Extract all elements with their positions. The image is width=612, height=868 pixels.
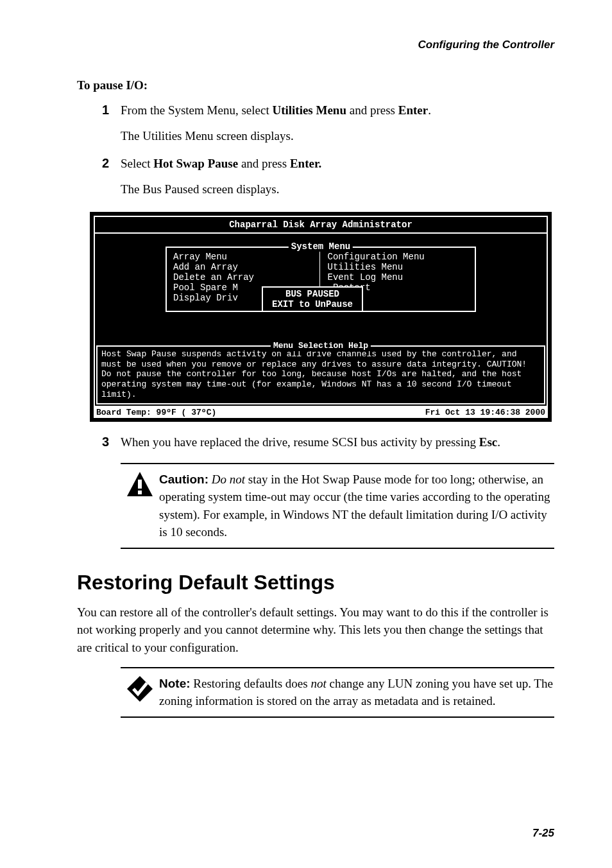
text: .: [497, 435, 500, 449]
document-page: Configuring the Controller To pause I/O:…: [0, 0, 612, 865]
step-list-continued: 3 When you have replaced the drive, resu…: [77, 433, 554, 459]
bus-paused-dialog: BUS PAUSED EXIT to UnPause: [262, 286, 363, 312]
step-body: When you have replaced the drive, resume…: [121, 433, 554, 459]
key-name: Esc: [479, 435, 498, 449]
caution-label: Caution:: [159, 473, 208, 486]
list-item: 1 From the System Menu, select Utilities…: [77, 101, 554, 152]
key-name: Enter.: [290, 157, 321, 170]
step-body: Select Hot Swap Pause and press Enter. T…: [121, 155, 554, 205]
text: Select: [121, 157, 153, 170]
caution-text: Caution: Do not stay in the Hot Swap Pau…: [159, 471, 554, 541]
note-callout: Note: Restoring defaults does not change…: [121, 667, 554, 718]
step-body: From the System Menu, select Utilities M…: [121, 101, 554, 152]
step-list: 1 From the System Menu, select Utilities…: [77, 101, 554, 205]
ui-term: Utilities Menu: [272, 103, 346, 117]
note-icon: [121, 675, 159, 710]
timestamp: Fri Oct 13 19:46:38 2000: [425, 408, 545, 417]
svg-rect-2: [138, 490, 142, 494]
ui-term: Hot Swap Pause: [153, 157, 238, 170]
text: .: [428, 103, 431, 117]
emphasis: not: [310, 677, 326, 690]
step-number: 3: [77, 433, 121, 459]
text: When you have replaced the drive, resume…: [121, 435, 479, 449]
text: From the System Menu, select: [121, 103, 272, 117]
section-heading: Restoring Default Settings: [77, 571, 554, 595]
svg-rect-1: [138, 480, 142, 489]
section-paragraph: You can restore all of the controller's …: [77, 603, 554, 657]
help-text: Host Swap Pause suspends activity on all…: [101, 349, 540, 399]
list-item: 3 When you have replaced the drive, resu…: [77, 433, 554, 459]
board-temp: Board Temp: 99ºF ( 37ºC): [96, 408, 216, 417]
caution-icon: [121, 471, 159, 541]
procedure-heading: To pause I/O:: [77, 78, 554, 92]
step-result: The Utilities Menu screen displays.: [121, 127, 554, 145]
text: and press: [238, 157, 290, 170]
note-label: Note:: [159, 677, 191, 690]
step-result: The Bus Paused screen displays.: [121, 180, 554, 198]
dialog-line: EXIT to UnPause: [272, 299, 353, 309]
help-box: Menu Selection Help Host Swap Pause susp…: [96, 345, 545, 404]
key-name: Enter: [398, 103, 428, 117]
svg-marker-3: [127, 676, 153, 702]
list-item: 2 Select Hot Swap Pause and press Enter.…: [77, 155, 554, 205]
status-bar: Board Temp: 99ºF ( 37ºC) Fri Oct 13 19:4…: [94, 407, 548, 418]
note-text: Note: Restoring defaults does not change…: [159, 675, 554, 710]
help-label: Menu Selection Help: [271, 341, 371, 351]
page-number: 7-25: [77, 827, 554, 840]
text: Restoring defaults does: [191, 677, 311, 690]
system-menu-label: System Menu: [289, 241, 353, 252]
text: and press: [346, 103, 398, 117]
terminal-screenshot: Chaparral Disk Array Administrator Syste…: [90, 212, 552, 422]
dialog-line: BUS PAUSED: [285, 289, 339, 299]
step-number: 2: [77, 155, 121, 205]
terminal-frame: Chaparral Disk Array Administrator Syste…: [94, 216, 548, 407]
running-header: Configuring the Controller: [77, 39, 554, 51]
terminal-title: Chaparral Disk Array Administrator: [95, 217, 547, 234]
emphasis: Do not: [212, 473, 245, 486]
step-number: 1: [77, 101, 121, 152]
terminal-body: System Menu Array Menu Add an Array Dele…: [95, 234, 547, 343]
caution-callout: Caution: Do not stay in the Hot Swap Pau…: [121, 463, 554, 549]
